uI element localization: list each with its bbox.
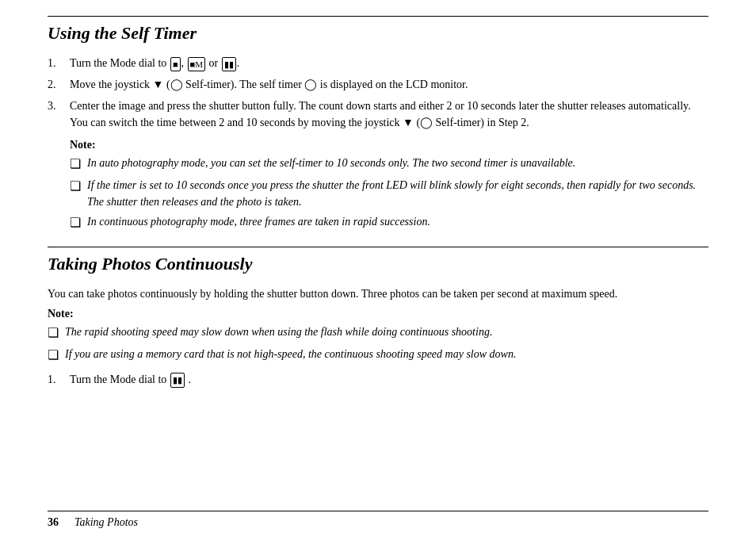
- list-item: 1. Turn the Mode dial to ■, ■M or ▮▮.: [48, 55, 708, 71]
- section2-list: 1. Turn the Mode dial to ▮▮ .: [48, 371, 708, 388]
- note-list-2: ❏ The rapid shooting speed may slow down…: [48, 324, 708, 365]
- note-bullet-icon: ❏: [70, 155, 87, 174]
- list-content-1: Turn the Mode dial to ■, ■M or ▮▮.: [70, 55, 708, 71]
- note-item: ❏ If you are using a memory card that is…: [48, 346, 708, 365]
- note-label-1: Note:: [70, 139, 708, 151]
- note-text-1: In auto photography mode, you can set th…: [87, 155, 708, 171]
- page: Using the Self Timer 1. Turn the Mode di…: [0, 0, 756, 540]
- section-self-timer: Using the Self Timer 1. Turn the Mode di…: [48, 23, 708, 232]
- note-bullet-icon: ❏: [48, 346, 65, 365]
- note-text-3: In continuous photography mode, three fr…: [87, 213, 708, 230]
- step1-text-before: Turn the Mode dial to: [70, 57, 170, 69]
- note-bullet-icon: ❏: [70, 177, 87, 196]
- top-divider: [48, 16, 708, 17]
- list-item: 1. Turn the Mode dial to ▮▮ .: [48, 371, 708, 388]
- section2-step1-text: Turn the Mode dial to: [70, 373, 170, 385]
- section2-title: Taking Photos Continuously: [48, 254, 708, 274]
- list-item: 3. Center the image and press the shutte…: [48, 98, 708, 131]
- step2-text: Move the joystick ▼ (◯ Self-timer). The …: [70, 79, 468, 90]
- footer-section-label: Taking Photos: [74, 516, 138, 529]
- section1-title: Using the Self Timer: [48, 23, 708, 44]
- section2-intro: You can take photos continuously by hold…: [48, 285, 708, 303]
- section-continuous: Taking Photos Continuously You can take …: [48, 254, 708, 388]
- note-bullet-icon: ❏: [48, 324, 65, 343]
- note-item: ❏ In auto photography mode, you can set …: [70, 155, 708, 174]
- section2-step1-period: .: [188, 373, 191, 385]
- footer: 36 Taking Photos: [48, 511, 708, 529]
- footer-page-number: 36: [48, 516, 59, 529]
- section1-notes: Note: ❏ In auto photography mode, you ca…: [70, 139, 708, 232]
- step3-text: Center the image and press the shutter b…: [70, 100, 691, 128]
- list-content-s2-1: Turn the Mode dial to ▮▮ .: [70, 371, 708, 388]
- note-item: ❏ If the timer is set to 10 seconds once…: [70, 177, 708, 210]
- camera-m-icon: ■M: [188, 57, 205, 72]
- section2-note-text-2: If you are using a memory card that is n…: [65, 346, 708, 362]
- section2-note-text-1: The rapid shooting speed may slow down w…: [65, 324, 708, 340]
- continuous-mode-icon: ▮▮: [170, 373, 185, 388]
- note-item: ❏ The rapid shooting speed may slow down…: [48, 324, 708, 343]
- note-bullet-icon: ❏: [70, 213, 87, 232]
- camera-continuous-icon: ▮▮: [222, 57, 236, 72]
- list-num-3: 3.: [48, 98, 70, 114]
- camera-auto-icon: ■: [170, 57, 181, 72]
- list-content-3: Center the image and press the shutter b…: [70, 98, 708, 131]
- list-num-1: 1.: [48, 55, 70, 71]
- section2-notes: Note: ❏ The rapid shooting speed may slo…: [48, 308, 708, 365]
- note-text-2: If the timer is set to 10 seconds once y…: [87, 177, 708, 210]
- list-item: 2. Move the joystick ▼ (◯ Self-timer). T…: [48, 76, 708, 93]
- list-num-2: 2.: [48, 76, 70, 93]
- list-num-s2-1: 1.: [48, 371, 70, 388]
- section1-list: 1. Turn the Mode dial to ■, ■M or ▮▮. 2.…: [48, 55, 708, 131]
- section-divider: [48, 247, 708, 247]
- list-content-2: Move the joystick ▼ (◯ Self-timer). The …: [70, 76, 708, 93]
- note-list-1: ❏ In auto photography mode, you can set …: [70, 155, 708, 232]
- note-item: ❏ In continuous photography mode, three …: [70, 213, 708, 232]
- note-label-2: Note:: [48, 308, 708, 320]
